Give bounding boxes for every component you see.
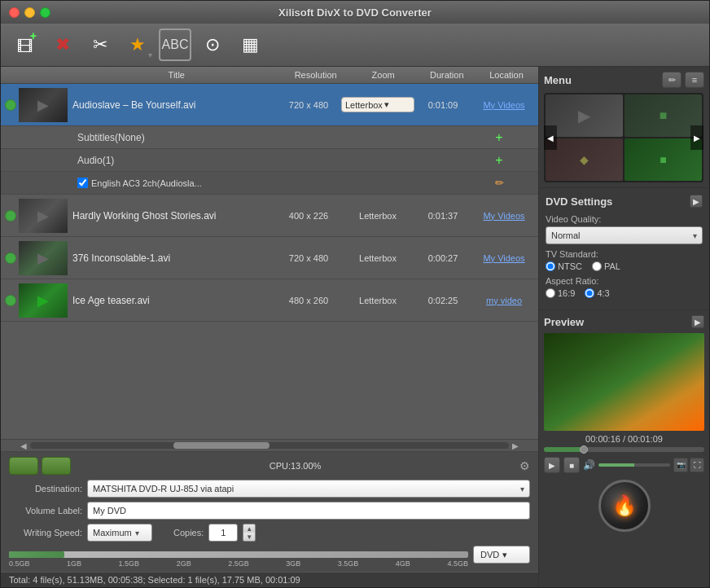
row-indicator [2,210,19,222]
video-quality-value: Normal [551,230,580,240]
row-indicator [2,295,19,306]
title-bar: Xilisoft DivX to DVD Converter [1,1,709,24]
menu-list-button[interactable]: ≡ [685,72,704,88]
volume-slider[interactable] [598,463,670,467]
destination-dropdown[interactable]: MATSHITA DVD-R UJ-85J via atapi ▾ [87,480,530,498]
audio-label: Audio(1) [77,155,271,166]
add-subtitle-button[interactable]: + [495,130,502,145]
file-name: Ice Age teaser.avi [72,295,276,306]
stop-button[interactable] [42,457,71,475]
left-panel: Title Resolution Zoom Duration Location … [1,67,538,587]
copies-stepper[interactable]: ▲ ▼ [243,524,256,542]
format-value: DVD [480,550,499,559]
copies-up-button[interactable]: ▲ [243,524,255,533]
burn-dvd-button[interactable]: 🔥 [598,480,651,532]
writing-speed-dropdown[interactable]: Maximum ▾ [87,524,152,542]
edit-audio-button[interactable]: ✏ [495,177,504,189]
row-indicator [2,99,19,111]
play-pause-button[interactable]: ▶ [544,457,560,473]
cut-button[interactable]: ✂ [84,29,116,61]
speed-arrow: ▾ [135,529,139,538]
preview-video [544,333,704,431]
menu-section: Menu ✏ ≡ ▶ ■ ◆ [539,67,709,187]
add-video-button[interactable]: 🎞 + [9,29,42,61]
play-button[interactable] [9,457,38,475]
table-row[interactable]: ▶ Hardly Working Ghost Stories.avi 400 x… [1,195,538,237]
ratio-16-9-label: 16:9 [558,288,575,298]
file-location[interactable]: My Videos [471,99,537,111]
audio-row: Audio(1) + [1,149,538,172]
table-row[interactable]: ▶ 376 Inconsolable-1.avi 720 x 480 Lette… [1,237,538,279]
destination-label: Destination: [9,484,82,494]
storage-row: 0.5GB 1GB 1.5GB 2GB 2.5GB 3GB 3.5GB 4GB … [9,546,530,564]
menu-next-button[interactable]: ▶ [690,125,703,150]
video-quality-label: Video Quality: [546,214,703,224]
ratio-16-9-radio[interactable] [546,288,555,298]
file-resolution: 720 x 480 [276,253,341,263]
format-dropdown[interactable]: DVD ▾ [473,546,530,564]
copies-down-button[interactable]: ▼ [243,533,255,541]
ntsc-option[interactable]: NTSC [546,261,582,271]
ratio-4-3-radio[interactable] [585,288,594,298]
add-audio-button[interactable]: + [495,153,502,168]
progress-controls: CPU:13.00% ⚙ [9,457,530,475]
ratio-4-3-option[interactable]: 4:3 [585,288,609,298]
preview-title: Preview [544,316,584,328]
scroll-left-arrow[interactable]: ◀ [17,441,30,450]
volume-icon: 🔊 [583,459,595,471]
scroll-thumb[interactable] [173,442,270,449]
audio-track-name: English AC3 2ch(Audiosla... [91,178,202,188]
options-button[interactable]: ▦ [234,29,266,61]
status-indicator [5,99,16,111]
copies-input[interactable] [208,524,238,542]
dvd-settings-title: DVD Settings [546,195,612,208]
preview-section: Preview ▶ 00:00:16 / 00:01:09 ▶ ■ [539,309,709,587]
remove-button[interactable]: ✖ [46,29,79,61]
pal-radio[interactable] [592,261,602,271]
menu-prev-button[interactable]: ◀ [544,125,557,150]
fullscreen-button[interactable]: ⛶ [690,458,704,472]
effects-button[interactable]: ★ ▾ [121,29,154,61]
quality-arrow: ▾ [693,231,697,240]
ctrl-icons: 📷 ⛶ [673,458,704,472]
volume-input[interactable] [87,502,530,520]
preview-expand-button[interactable]: ▶ [691,315,704,328]
preview-progress[interactable] [544,447,704,452]
aspect-ratio-row: Aspect Ratio: 16:9 4:3 [546,276,703,298]
audio-track-item[interactable]: English AC3 2ch(Audiosla... [77,178,271,188]
bottom-bar: CPU:13.00% ⚙ Destination: MATSHITA DVD-R… [1,452,538,572]
table-row[interactable]: ▶ Audioslave – Be Yourself.avi 720 x 480… [1,84,538,126]
preview-progress-fill [544,447,584,452]
col-zoom-header: Zoom [348,70,419,80]
file-location[interactable]: My Videos [471,210,537,222]
screenshot-button[interactable]: 📷 [673,458,688,472]
minimize-button[interactable] [24,7,35,18]
video-quality-dropdown[interactable]: Normal ▾ [546,226,703,244]
audio-track-checkbox[interactable] [77,178,88,188]
file-zoom: Letterbox [341,252,414,264]
menu-edit-button[interactable]: ✏ [662,72,682,88]
pal-option[interactable]: PAL [592,261,620,271]
preview-progress-thumb[interactable] [580,445,588,454]
file-location[interactable]: my video [471,295,537,306]
close-button[interactable] [9,7,20,18]
text-button[interactable]: ABC [159,29,191,61]
burn-button-toolbar[interactable]: ⊙ [196,29,229,61]
status-bar: Total: 4 file(s), 51.13MB, 00:05:38; Sel… [1,572,538,587]
maximize-button[interactable] [40,7,50,18]
file-location[interactable]: My Videos [471,252,537,264]
ratio-16-9-option[interactable]: 16:9 [546,288,575,298]
horizontal-scrollbar[interactable]: ◀ ▶ [1,439,538,452]
file-zoom[interactable]: Letterbox ▾ [341,97,414,112]
scroll-track[interactable] [30,442,509,449]
ntsc-radio[interactable] [546,261,555,271]
scroll-right-arrow[interactable]: ▶ [509,441,522,450]
status-indicator [5,252,16,264]
settings-icon[interactable]: ⚙ [519,459,530,472]
file-list: ▶ Audioslave – Be Yourself.avi 720 x 480… [1,84,538,439]
dvd-settings-expand-button[interactable]: ▶ [690,195,703,208]
file-name: 376 Inconsolable-1.avi [72,252,276,264]
stop-preview-button[interactable]: ■ [563,457,580,473]
destination-row: Destination: MATSHITA DVD-R UJ-85J via a… [9,480,530,498]
table-row[interactable]: ▶ Ice Age teaser.avi 480 x 260 Letterbox… [1,279,538,322]
